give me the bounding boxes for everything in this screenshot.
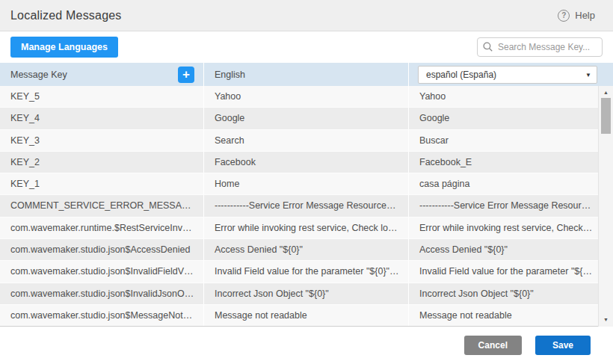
localized-messages-dialog: Localized Messages ? Help Manage Languag…	[0, 0, 613, 364]
column-header-message-key: Message Key +	[0, 63, 204, 86]
search-icon	[483, 42, 493, 52]
language-select[interactable]: español (España)	[418, 66, 597, 84]
column-header-english: English	[204, 63, 409, 86]
cell-english[interactable]: Yahoo	[204, 86, 409, 107]
table-row: com.wavemaker.studio.json$InvalidJsonO… …	[0, 283, 613, 305]
table-row: com.wavemaker.studio.json$InvalidFieldV……	[0, 261, 613, 283]
cell-message-key[interactable]: KEY_3	[0, 130, 204, 151]
table-row: KEY_2 Facebook Facebook_E	[0, 152, 613, 173]
language-select-wrap: español (España) ▼	[418, 66, 597, 84]
title-bar: Localized Messages ? Help	[0, 0, 613, 31]
cell-translation[interactable]: Incorrect Json Object "${0}"	[409, 283, 613, 304]
help-link[interactable]: ? Help	[558, 10, 595, 22]
table-row: com.wavemaker.studio.json$MessageNot… Me…	[0, 305, 613, 326]
cell-english[interactable]: Message not readable	[204, 305, 409, 326]
page-title: Localized Messages	[10, 9, 122, 22]
footer: Cancel Save	[0, 327, 613, 364]
cell-translation[interactable]: Invalid Field value for the parameter "$…	[409, 261, 613, 282]
table-row: COMMENT_SERVICE_ERROR_MESSAGES ---------…	[0, 195, 613, 217]
cell-translation[interactable]: Access Denied "${0}"	[409, 239, 613, 260]
cell-message-key[interactable]: com.wavemaker.studio.json$MessageNot…	[0, 305, 204, 326]
cell-message-key[interactable]: COMMENT_SERVICE_ERROR_MESSAGES	[0, 195, 204, 216]
cell-message-key[interactable]: KEY_5	[0, 86, 204, 107]
cell-english[interactable]: Incorrect Json Object "${0}"	[204, 283, 409, 304]
column-header-language: español (España) ▼	[409, 63, 613, 86]
cell-message-key[interactable]: KEY_4	[0, 108, 204, 129]
cell-english[interactable]: Home	[204, 173, 409, 194]
cell-translation[interactable]: Buscar	[409, 130, 613, 151]
message-key-column-label: Message Key	[10, 70, 67, 80]
help-question-icon: ?	[558, 10, 570, 22]
cell-translation[interactable]: casa página	[409, 173, 613, 194]
manage-languages-button[interactable]: Manage Languages	[10, 37, 118, 58]
cell-english[interactable]: -----------Service Error Message Resourc…	[204, 195, 409, 216]
cell-message-key[interactable]: com.wavemaker.studio.json$InvalidJsonO…	[0, 283, 204, 304]
cell-translation[interactable]: Yahoo	[409, 86, 613, 107]
cell-message-key[interactable]: KEY_2	[0, 152, 204, 173]
cell-translation[interactable]: Google	[409, 108, 613, 129]
cell-english[interactable]: Invalid Field value for the parameter "$…	[204, 261, 409, 282]
cell-translation[interactable]: Error while invoking rest service, Check…	[409, 218, 613, 238]
scroll-up-icon[interactable]: ▲	[599, 87, 613, 98]
english-column-label: English	[215, 70, 245, 80]
table-header: Message Key + English español (España) ▼	[0, 63, 613, 86]
table-row: KEY_3 Search Buscar	[0, 130, 613, 152]
cell-english[interactable]: Access Denied "${0}"	[204, 239, 409, 260]
scrollbar-thumb[interactable]	[601, 98, 611, 134]
table-row: KEY_5 Yahoo Yahoo	[0, 86, 613, 108]
save-button[interactable]: Save	[535, 336, 591, 355]
table-row: KEY_1 Home casa página	[0, 173, 613, 195]
cancel-button[interactable]: Cancel	[464, 336, 522, 355]
table-row: KEY_4 Google Google	[0, 108, 613, 129]
cell-message-key[interactable]: com.wavemaker.studio.json$AccessDenied	[0, 239, 204, 260]
cell-translation[interactable]: Message not readable	[409, 305, 613, 326]
toolbar: Manage Languages	[0, 31, 613, 63]
add-message-key-button[interactable]: +	[178, 67, 194, 83]
table-body: KEY_5 Yahoo Yahoo KEY_4 Google Google KE…	[0, 86, 613, 326]
cell-english[interactable]: Search	[204, 130, 409, 151]
scroll-down-icon[interactable]: ▼	[599, 315, 613, 325]
cell-message-key[interactable]: com.wavemaker.runtime.$RestServiceInv…	[0, 218, 204, 238]
table-row: com.wavemaker.studio.json$AccessDenied A…	[0, 239, 613, 261]
vertical-scrollbar[interactable]: ▲ ▼	[598, 86, 613, 327]
cell-translation[interactable]: Facebook_E	[409, 152, 613, 173]
search-box	[477, 37, 603, 57]
cell-message-key[interactable]: com.wavemaker.studio.json$InvalidFieldV…	[0, 261, 204, 282]
messages-table: Message Key + English español (España) ▼…	[0, 63, 613, 327]
help-label: Help	[575, 10, 595, 21]
search-input[interactable]	[477, 37, 603, 57]
cell-english[interactable]: Google	[204, 108, 409, 129]
cell-english[interactable]: Facebook	[204, 152, 409, 173]
cell-translation[interactable]: -----------Service Error Message Resourc…	[409, 195, 613, 216]
table-row: com.wavemaker.runtime.$RestServiceInv… E…	[0, 218, 613, 239]
cell-message-key[interactable]: KEY_1	[0, 173, 204, 194]
cell-english[interactable]: Error while invoking rest service, Check…	[204, 218, 409, 238]
